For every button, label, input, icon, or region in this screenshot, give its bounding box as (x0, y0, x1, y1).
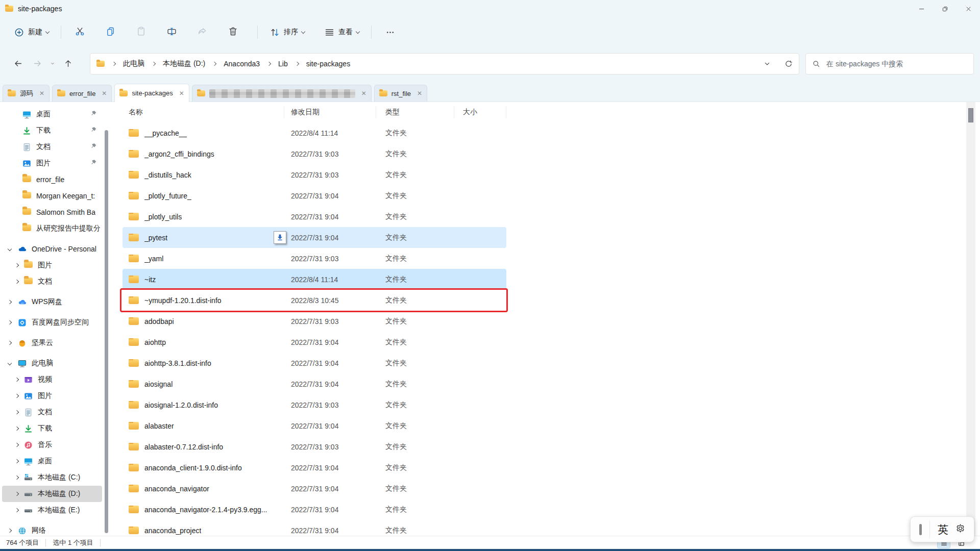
column-header-date-modified[interactable]: 修改日期 (284, 106, 376, 118)
sidebar-item-Morgan Keegan_t:[interactable]: Morgan Keegan_t: (2, 188, 102, 204)
tab-close-icon[interactable]: ✕ (417, 90, 422, 97)
sidebar-item-坚果云[interactable]: 坚果云 (2, 335, 102, 351)
file-row-~ymupdf-1.20.1.dist-info[interactable]: ~ymupdf-1.20.1.dist-info2022/8/3 10:45文件… (122, 290, 506, 311)
file-row-alabaster-0.7.12.dist-info[interactable]: alabaster-0.7.12.dist-info2022/7/31 9:03… (122, 436, 506, 457)
tab-源码[interactable]: 源码✕ (3, 85, 50, 102)
chevron-down-icon[interactable] (8, 247, 12, 251)
tab-close-icon[interactable]: ✕ (179, 90, 184, 97)
breadcrumb-chevron-icon[interactable] (267, 62, 271, 66)
file-row-anaconda_client-1.9.0.dist-info[interactable]: anaconda_client-1.9.0.dist-info2022/7/31… (122, 457, 506, 478)
sidebar-item-音乐[interactable]: 音乐 (2, 437, 102, 453)
sidebar-item-文档[interactable]: 文档 (2, 273, 102, 290)
chevron-right-icon[interactable] (8, 341, 12, 345)
chevron-right-icon[interactable] (15, 427, 19, 431)
chevron-right-icon[interactable] (8, 300, 12, 304)
cut-button[interactable] (67, 22, 92, 42)
chevron-right-icon[interactable] (15, 410, 19, 414)
chevron-right-icon[interactable] (8, 320, 12, 324)
sidebar-item-Salomon Smith Ba[interactable]: Salomon Smith Ba (2, 204, 102, 220)
chevron-right-icon[interactable] (15, 475, 19, 480)
file-row-_pytest[interactable]: _pytest2022/7/31 9:04文件夹 (122, 227, 506, 248)
file-row-alabaster[interactable]: alabaster2022/7/31 9:04文件夹 (122, 415, 506, 436)
tab-redacted[interactable]: ✕ (192, 85, 372, 102)
forward-button[interactable] (28, 54, 47, 73)
file-list-scrollbar[interactable] (966, 102, 975, 536)
column-header-size[interactable]: 大小 (454, 106, 506, 118)
sidebar-item-WPS网盘[interactable]: WPS网盘 (2, 294, 102, 310)
ime-language-toggle[interactable]: 英 (938, 522, 948, 537)
file-row-_argon2_cffi_bindings[interactable]: _argon2_cffi_bindings2022/7/31 9:03文件夹 (122, 143, 506, 164)
address-dropdown-icon[interactable] (763, 60, 771, 68)
breadcrumb-segment[interactable]: Anaconda3 (222, 58, 262, 69)
tab-site-packages[interactable]: site-packages✕ (114, 84, 189, 102)
view-button[interactable]: 查看 (318, 22, 365, 42)
delete-button[interactable] (220, 22, 245, 42)
column-header-name[interactable]: 名称 (122, 106, 284, 118)
up-button[interactable] (58, 54, 78, 73)
breadcrumb-segment[interactable]: Lib (276, 58, 290, 69)
breadcrumb-chevron-icon[interactable] (212, 62, 216, 66)
tab-close-icon[interactable]: ✕ (102, 90, 107, 97)
tab-error_file[interactable]: error_file✕ (52, 85, 112, 102)
file-row-aiohttp-3.8.1.dist-info[interactable]: aiohttp-3.8.1.dist-info2022/7/31 9:04文件夹 (122, 353, 506, 373)
sidebar-item-桌面[interactable]: 桌面 (2, 106, 102, 122)
file-row-_plotly_future_[interactable]: _plotly_future_2022/7/31 9:04文件夹 (122, 185, 506, 206)
sidebar-item-此电脑[interactable]: 此电脑 (2, 355, 102, 371)
copy-button[interactable] (98, 22, 122, 42)
breadcrumb-segment[interactable]: 本地磁盘 (D:) (161, 58, 207, 70)
sidebar-item-桌面[interactable]: 桌面 (2, 453, 102, 469)
sidebar-item-下载[interactable]: 下载 (2, 122, 102, 139)
history-dropdown-button[interactable] (47, 54, 58, 73)
column-header-type[interactable]: 类型 (376, 106, 454, 118)
breadcrumb-segment[interactable]: 此电脑 (121, 58, 146, 70)
tab-close-icon[interactable]: ✕ (39, 90, 44, 97)
sidebar-item-文档[interactable]: 文档 (2, 139, 102, 155)
rename-button[interactable] (159, 22, 184, 42)
sidebar-item-图片[interactable]: 图片 (2, 155, 102, 171)
file-row-aiosignal[interactable]: aiosignal2022/7/31 9:04文件夹 (122, 373, 506, 394)
sidebar-item-图片[interactable]: 图片 (2, 257, 102, 273)
sidebar-item-本地磁盘 (C:)[interactable]: 本地磁盘 (C:) (2, 469, 102, 486)
breadcrumb-chevron-icon[interactable] (112, 62, 116, 66)
refresh-icon[interactable] (785, 60, 793, 68)
more-options-button[interactable] (378, 22, 402, 42)
sidebar-item-本地磁盘 (E:)[interactable]: 本地磁盘 (E:) (2, 502, 102, 518)
address-bar[interactable]: 此电脑本地磁盘 (D:)Anaconda3Libsite-packages (90, 53, 799, 74)
file-row-anaconda_navigator-2.1.4-py3.9.egg...[interactable]: anaconda_navigator-2.1.4-py3.9.egg...202… (122, 499, 506, 520)
file-row-anaconda_navigator[interactable]: anaconda_navigator2022/7/31 9:04文件夹 (122, 478, 506, 499)
file-row-_distutils_hack[interactable]: _distutils_hack2022/7/31 9:03文件夹 (122, 164, 506, 185)
gear-icon[interactable] (955, 523, 966, 536)
breadcrumb-segment[interactable]: site-packages (304, 58, 352, 69)
chevron-right-icon[interactable] (15, 280, 19, 284)
minimize-button[interactable] (910, 0, 933, 17)
sidebar-item-OneDrive - Personal[interactable]: OneDrive - Personal (2, 241, 102, 257)
sidebar-item-下载[interactable]: 下载 (2, 420, 102, 437)
sort-button[interactable]: 排序 (264, 22, 310, 42)
file-row-_plotly_utils[interactable]: _plotly_utils2022/7/31 9:04文件夹 (122, 206, 506, 227)
tab-close-icon[interactable]: ✕ (361, 90, 366, 97)
file-row-aiosignal-1.2.0.dist-info[interactable]: aiosignal-1.2.0.dist-info2022/7/31 9:03文… (122, 394, 506, 415)
share-button[interactable] (190, 22, 214, 42)
file-row-~itz[interactable]: ~itz2022/8/4 11:14文件夹 (122, 269, 506, 290)
chevron-right-icon[interactable] (15, 378, 19, 382)
sidebar-item-视频[interactable]: 视频 (2, 371, 102, 388)
sidebar-item-本地磁盘 (D:)[interactable]: 本地磁盘 (D:) (2, 486, 102, 502)
file-row-aiohttp[interactable]: aiohttp2022/7/31 9:04文件夹 (122, 332, 506, 353)
paste-button[interactable] (129, 22, 153, 42)
sidebar-item-图片[interactable]: 图片 (2, 388, 102, 404)
tab-rst_file[interactable]: rst_file✕ (374, 85, 427, 102)
new-button[interactable]: 新建 (8, 22, 55, 42)
sidebar-item-百度网盘同步空间[interactable]: 百度网盘同步空间 (2, 314, 102, 331)
chevron-right-icon[interactable] (15, 459, 19, 463)
chevron-down-icon[interactable] (8, 361, 12, 365)
chevron-right-icon[interactable] (15, 443, 19, 447)
sidebar-item-error_file[interactable]: error_file (2, 171, 102, 188)
sidebar-item-从研究报告中提取分[interactable]: 从研究报告中提取分 (2, 220, 102, 237)
file-row-__pycache__[interactable]: __pycache__2022/8/4 11:14文件夹 (122, 122, 506, 143)
file-list-scrollbar-thumb[interactable] (968, 108, 973, 122)
file-row-_yaml[interactable]: _yaml2022/7/31 9:03文件夹 (122, 248, 506, 269)
breadcrumb-chevron-icon[interactable] (152, 62, 156, 66)
chevron-right-icon[interactable] (15, 263, 19, 267)
file-row-anaconda_project[interactable]: anaconda_project2022/7/31 9:04文件夹 (122, 520, 506, 536)
search-input[interactable] (825, 59, 967, 68)
